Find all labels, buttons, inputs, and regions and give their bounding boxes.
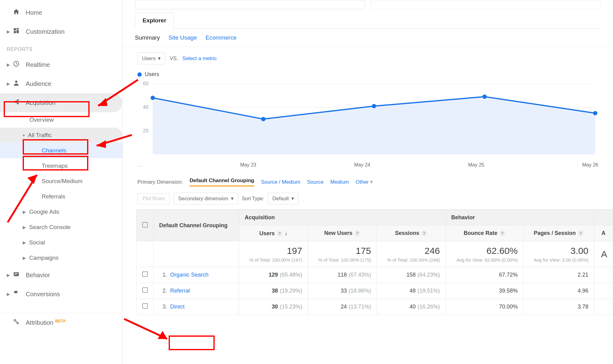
sidebar: Home ▶ Customization REPORTS ▶ Realtime …: [0, 0, 123, 364]
dashboard-icon: [13, 27, 23, 36]
help-icon[interactable]: ?: [578, 230, 584, 236]
help-icon[interactable]: ?: [421, 230, 427, 236]
channel-link[interactable]: Referral: [170, 288, 190, 294]
sort-type-label: Sort Type:: [242, 196, 264, 201]
subtab-siteusage[interactable]: Site Usage: [168, 34, 197, 41]
caret-right-icon: ▶: [23, 225, 26, 230]
help-icon[interactable]: ?: [354, 230, 360, 236]
users-chart: 204060: [137, 81, 598, 160]
dimension-source-medium[interactable]: Source / Medium: [261, 179, 301, 185]
dimension-medium[interactable]: Medium: [330, 179, 349, 185]
caret-right-icon: ▶: [7, 29, 11, 34]
help-icon[interactable]: ?: [277, 231, 283, 237]
sidebar-item-acquisition[interactable]: Acquisition: [0, 93, 122, 112]
svg-point-23: [482, 94, 487, 99]
select-all-checkbox[interactable]: [142, 222, 148, 228]
sidebar-subitem-alltraffic[interactable]: ▾ All Traffic: [0, 128, 122, 143]
behavior-label: Behavior: [26, 272, 50, 279]
sourcemedium-label: Source/Medium: [42, 178, 82, 185]
caret-right-icon: ▶: [7, 62, 11, 67]
sort-type-value: Default: [272, 196, 289, 202]
realtime-label: Realtime: [26, 61, 50, 68]
date-range-box[interactable]: [135, 0, 365, 9]
tab-explorer[interactable]: Explorer: [135, 13, 174, 29]
sidebar-item-customization[interactable]: ▶ Customization: [0, 22, 122, 41]
sidebar-subsubitem-treemaps[interactable]: Treemaps: [0, 158, 122, 174]
sidebar-item-attribution[interactable]: AttributionBETA: [0, 313, 122, 332]
row-checkbox[interactable]: [142, 303, 148, 309]
total-sessions: 246% of Total: 100.00% (246): [377, 241, 446, 267]
audience-label: Audience: [26, 80, 51, 87]
table-row: 2. Referral38(19.29%)33(18.86%)48(19.51%…: [136, 283, 613, 299]
dimension-other[interactable]: Other ▾: [356, 179, 373, 185]
person-icon: [13, 79, 23, 88]
alltraffic-label: All Traffic: [28, 132, 52, 139]
social-label: Social: [29, 239, 45, 246]
plot-rows-button[interactable]: Plot Rows: [137, 193, 170, 204]
sidebar-item-realtime[interactable]: ▶ Realtime: [0, 55, 122, 74]
svg-point-20: [151, 96, 155, 100]
sidebar-subsubitem-sourcemedium[interactable]: Source/Medium: [0, 174, 122, 189]
help-icon[interactable]: ?: [499, 230, 505, 236]
channel-link[interactable]: Organic Search: [170, 272, 209, 278]
sidebar-section-reports: REPORTS: [0, 41, 122, 55]
total-newusers: 175% of Total: 100.00% (175): [308, 241, 377, 267]
beta-badge: BETA: [55, 319, 66, 323]
dimension-source[interactable]: Source: [307, 179, 324, 185]
sidebar-item-behavior[interactable]: ▶ Behavior: [0, 266, 122, 285]
row-checkbox[interactable]: [142, 271, 148, 277]
sort-desc-icon: ↓: [285, 230, 288, 236]
dimension-default-channel[interactable]: Default Channel Grouping: [190, 178, 254, 186]
sidebar-subitem-overview[interactable]: Overview: [0, 112, 122, 128]
row-channel-cell: 2. Referral: [154, 283, 239, 299]
caret-right-icon: ▶: [7, 292, 11, 297]
col-pages-header[interactable]: Pages / Session?: [523, 225, 594, 241]
sidebar-item-conversions[interactable]: ▶ Conversions: [0, 285, 122, 304]
sidebar-item-audience[interactable]: ▶ Audience: [0, 74, 122, 93]
secondary-dimension-select[interactable]: Secondary dimension ▾: [174, 193, 238, 205]
subtab-ecommerce[interactable]: Ecommerce: [205, 34, 236, 41]
channel-link[interactable]: Direct: [170, 304, 185, 310]
sort-type-select[interactable]: Default ▾: [268, 193, 299, 205]
subtab-summary[interactable]: Summary: [135, 34, 160, 41]
col-users-header[interactable]: Users?↓: [239, 225, 308, 241]
caret-down-icon: ▾: [231, 195, 234, 202]
row-checkbox[interactable]: [142, 287, 148, 293]
sidebar-subitem-googleads[interactable]: ▶ Google Ads: [0, 204, 122, 220]
legend-series1: Users: [145, 71, 159, 78]
channels-label: Channels: [42, 147, 66, 154]
svg-text:20: 20: [143, 128, 148, 133]
sidebar-subsubitem-channels[interactable]: Channels: [0, 143, 122, 158]
svg-rect-3: [14, 31, 16, 33]
metric1-select[interactable]: Users ▾: [137, 52, 165, 64]
select-metric-link[interactable]: Select a metric: [182, 56, 217, 62]
col-sessions-header[interactable]: Sessions?: [377, 225, 446, 241]
svg-point-7: [17, 99, 19, 101]
sidebar-subitem-campaigns[interactable]: ▶ Campaigns: [0, 250, 122, 266]
col-avg-header-partial[interactable]: A: [594, 225, 613, 241]
svg-point-6: [14, 101, 16, 103]
col-newusers-header[interactable]: New Users?: [308, 225, 377, 241]
svg-point-21: [261, 117, 266, 121]
sidebar-subitem-searchconsole[interactable]: ▶ Search Console: [0, 220, 122, 235]
col-dimension-header[interactable]: Default Channel Grouping: [159, 222, 228, 228]
legend-dot-icon: [137, 72, 142, 77]
sidebar-subsubitem-referrals[interactable]: Referrals: [0, 189, 122, 204]
attribution-label: AttributionBETA: [26, 319, 66, 326]
campaigns-label: Campaigns: [29, 255, 59, 261]
svg-rect-11: [15, 274, 17, 275]
main-content: Explorer Summary Site Usage Ecommerce Us…: [123, 0, 613, 364]
caret-down-icon: ▾: [23, 133, 25, 138]
chart-xaxis: …May 23May 24May 25May 26: [137, 162, 598, 168]
primary-dimension-label: Primary Dimension:: [137, 179, 183, 185]
total-users: 197% of Total: 100.00% (197): [239, 241, 308, 267]
behavior-icon: [13, 271, 23, 279]
compare-box[interactable]: [371, 0, 601, 9]
caret-down-icon: ▾: [158, 55, 161, 62]
col-group-acquisition: Acquisition: [239, 210, 446, 225]
treemaps-label: Treemaps: [42, 163, 68, 169]
conversions-label: Conversions: [26, 291, 60, 298]
sidebar-item-home[interactable]: Home: [0, 3, 122, 22]
sidebar-subitem-social[interactable]: ▶ Social: [0, 235, 122, 250]
col-bounce-header[interactable]: Bounce Rate?: [446, 225, 523, 241]
